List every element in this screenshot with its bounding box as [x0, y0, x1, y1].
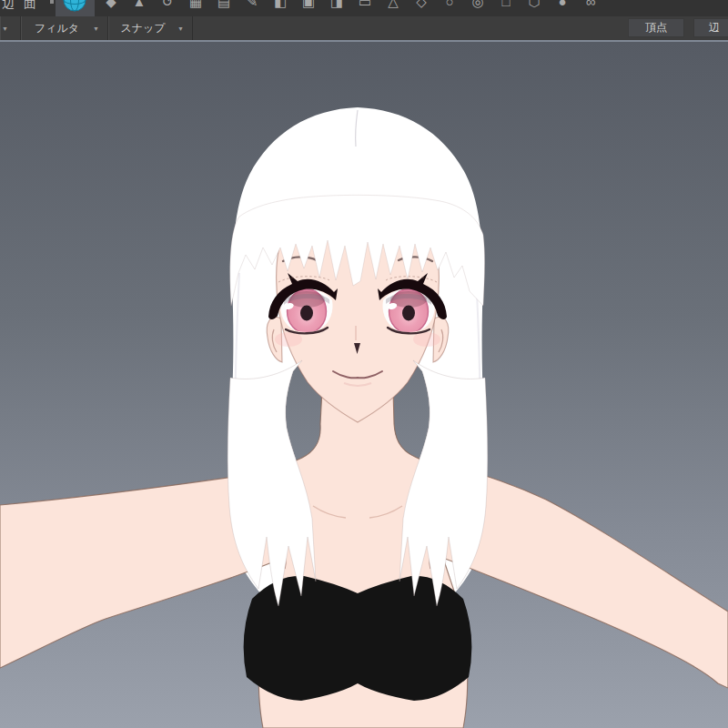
pupil	[300, 306, 313, 321]
application-window: 辺 面 ◆▲↺▦▤✎◧▣◨▭△◇○◎□⬡●∞ ▼ フィルタ ▼ スナップ ▼ 頂…	[0, 0, 728, 728]
blush-left	[275, 332, 302, 347]
blush-right	[413, 332, 440, 347]
character-model	[0, 0, 728, 728]
3d-viewport[interactable]	[0, 42, 728, 728]
